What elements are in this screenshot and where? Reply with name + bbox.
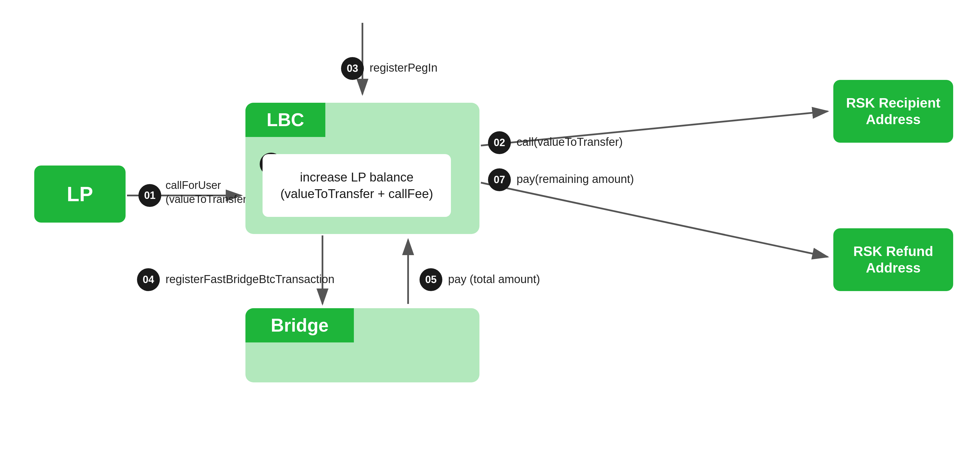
- lp-node: LP: [34, 165, 126, 222]
- step-02-label: call(valueToTransfer): [517, 135, 623, 148]
- step-01-label: callForUser(valueToTransfer): [165, 178, 250, 207]
- step-01-badge: 01: [138, 184, 161, 207]
- step-05-badge: 05: [420, 268, 442, 291]
- step-07-label: pay(remaining amount): [517, 173, 634, 186]
- lbc-inner-label2: (valueToTransfer + callFee): [280, 187, 433, 201]
- lbc-container: LBC 06 increase LP balance (valueToTrans…: [245, 103, 479, 234]
- step-04-badge: 04: [137, 268, 160, 291]
- lbc-inner-label: increase LP balance: [300, 170, 414, 184]
- step-04-label: registerFastBridgeBtcTransaction: [165, 273, 334, 286]
- step-03-badge: 03: [341, 57, 364, 80]
- rsk-refund-node: RSK Refund Address: [833, 228, 953, 291]
- step-07-badge: 07: [488, 168, 511, 191]
- arrows-svg: [0, 0, 980, 472]
- rsk-recipient-node: RSK Recipient Address: [833, 80, 953, 143]
- lp-label: LP: [67, 182, 93, 206]
- step-03-label: registerPegIn: [369, 61, 438, 74]
- lbc-header: LBC: [245, 103, 325, 137]
- bridge-header: Bridge: [245, 308, 354, 342]
- step-02-badge: 02: [488, 131, 511, 154]
- step-05-label: pay (total amount): [448, 273, 540, 286]
- svg-line-5: [481, 183, 827, 257]
- lbc-inner-box: increase LP balance (valueToTransfer + c…: [262, 154, 451, 217]
- bridge-container: Bridge: [245, 308, 479, 382]
- diagram-container: LP 01 callForUser(valueToTransfer) 03 re…: [0, 0, 980, 472]
